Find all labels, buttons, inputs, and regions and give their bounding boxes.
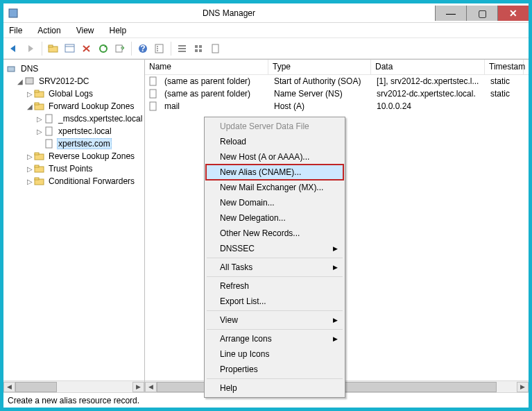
svg-rect-6	[116, 45, 122, 52]
export-icon[interactable]	[112, 41, 128, 56]
svg-rect-14	[178, 48, 186, 49]
expander-icon[interactable]: ◢	[26, 103, 34, 110]
back-button[interactable]	[6, 41, 22, 56]
submenu-arrow-icon: ▶	[333, 335, 338, 342]
expander-icon[interactable]: ▷	[35, 115, 44, 123]
expander-icon[interactable]: ▷	[26, 165, 34, 173]
svg-rect-38	[150, 102, 156, 110]
mi-dnssec[interactable]: DNSSEC▶	[206, 241, 343, 256]
tree-conditional-forwarders[interactable]: ▷ Conditional Forwarders	[6, 175, 144, 187]
zone-icon	[44, 139, 55, 149]
submenu-arrow-icon: ▶	[333, 264, 338, 271]
column-timestamp[interactable]: Timestam	[485, 60, 524, 74]
tree-root-dns[interactable]: DNS	[6, 62, 144, 75]
menu-view[interactable]: View	[74, 24, 97, 37]
tree-global-logs[interactable]: ▷ Global Logs	[6, 87, 144, 100]
list-icon[interactable]	[175, 41, 190, 56]
svg-rect-13	[178, 45, 186, 47]
svg-rect-15	[178, 51, 186, 52]
tree-zone-xpertstec-local[interactable]: ▷ xpertstec.local	[6, 125, 144, 137]
svg-rect-37	[150, 90, 156, 98]
list-row[interactable]: (same as parent folder) Name Server (NS)…	[145, 87, 529, 100]
scroll-left-icon[interactable]: ◀	[145, 382, 157, 392]
list-row[interactable]: mail Host (A) 10.0.0.24	[145, 100, 529, 112]
svg-rect-24	[35, 90, 39, 92]
add-folder-icon[interactable]	[46, 41, 61, 56]
page-icon[interactable]	[208, 41, 223, 56]
minimize-button[interactable]: —	[435, 6, 466, 21]
mi-new-delegation[interactable]: New Delegation...	[206, 210, 343, 226]
mi-new-mx[interactable]: New Mail Exchanger (MX)...	[206, 180, 343, 195]
menu-file[interactable]: File	[6, 24, 25, 37]
mi-new-host[interactable]: New Host (A or AAAA)...	[206, 149, 343, 165]
tree-zone-msdcs[interactable]: ▷ _msdcs.xpertstec.local	[6, 112, 144, 125]
tree-reverse-zones[interactable]: ▷ Reverse Lookup Zones	[6, 150, 144, 162]
svg-rect-21	[8, 67, 15, 72]
list-row[interactable]: (same as parent folder) Start of Authori…	[145, 75, 529, 87]
mi-help[interactable]: Help	[206, 380, 343, 396]
folder-icon	[34, 164, 45, 174]
expander-icon[interactable]: ▷	[26, 90, 34, 98]
tree-trust-points[interactable]: ▷ Trust Points	[6, 162, 144, 175]
expander-icon[interactable]: ▷	[26, 153, 34, 160]
menu-help[interactable]: Help	[107, 24, 130, 37]
folder-icon	[34, 101, 45, 111]
zone-icon	[44, 114, 55, 124]
mi-all-tasks[interactable]: All Tasks▶	[206, 260, 343, 275]
forward-button[interactable]	[23, 41, 38, 56]
mi-refresh[interactable]: Refresh	[206, 278, 343, 294]
help-icon[interactable]: ?	[135, 41, 151, 56]
svg-rect-33	[35, 165, 39, 167]
folder-icon	[34, 89, 45, 99]
mi-new-domain[interactable]: New Domain...	[206, 195, 343, 210]
menu-bar: File Action View Help	[3, 23, 529, 38]
column-name[interactable]: Name	[145, 60, 268, 74]
menu-separator	[207, 276, 343, 277]
list-header: Name Type Data Timestam	[145, 60, 529, 75]
scroll-right-icon[interactable]: ▶	[517, 382, 529, 392]
tree-server[interactable]: ◢ SRV2012-DC	[6, 75, 144, 87]
svg-rect-27	[46, 115, 52, 123]
expander-icon[interactable]: ▷	[26, 178, 34, 185]
svg-rect-19	[199, 49, 202, 52]
menu-separator	[207, 258, 343, 258]
record-icon	[148, 76, 159, 86]
record-icon	[148, 101, 159, 111]
column-data[interactable]: Data	[371, 60, 485, 74]
svg-rect-9	[155, 44, 163, 53]
tree-forward-zones[interactable]: ◢ Forward Lookup Zones	[6, 100, 144, 112]
grid-icon[interactable]	[191, 41, 207, 56]
expander-icon[interactable]: ▷	[35, 128, 44, 135]
mi-reload[interactable]: Reload	[206, 134, 343, 149]
submenu-arrow-icon: ▶	[333, 245, 338, 252]
properties-icon[interactable]	[152, 41, 167, 56]
tree-zone-xpertstec-com[interactable]: xpertstec.com	[6, 137, 144, 150]
delete-icon[interactable]	[79, 41, 94, 56]
details-icon[interactable]	[62, 41, 78, 56]
mi-view[interactable]: View▶	[206, 312, 343, 328]
svg-rect-18	[195, 49, 198, 52]
zone-icon	[44, 126, 55, 136]
menu-separator	[207, 329, 343, 330]
close-button[interactable]: ✕	[497, 6, 529, 21]
mi-new-alias-cname[interactable]: New Alias (CNAME)...	[205, 164, 344, 181]
menu-action[interactable]: Action	[35, 24, 63, 37]
scroll-thumb[interactable]	[15, 382, 57, 392]
scroll-right-icon[interactable]: ▶	[132, 382, 144, 392]
mi-properties[interactable]: Properties	[206, 362, 343, 377]
svg-rect-36	[150, 77, 156, 85]
tree-hscroll[interactable]: ◀ ▶	[3, 380, 144, 392]
svg-rect-35	[35, 178, 39, 180]
expander-icon[interactable]: ◢	[16, 78, 24, 85]
scroll-left-icon[interactable]: ◀	[3, 382, 15, 392]
mi-export-list[interactable]: Export List...	[206, 294, 343, 309]
mi-line-up-icons[interactable]: Line up Icons	[206, 346, 343, 362]
submenu-arrow-icon: ▶	[333, 317, 338, 324]
svg-rect-3	[65, 44, 74, 52]
mi-other-new-records[interactable]: Other New Records...	[206, 226, 343, 241]
maximize-button[interactable]: ▢	[466, 6, 497, 21]
column-type[interactable]: Type	[268, 60, 371, 74]
record-icon	[148, 89, 159, 99]
refresh-icon[interactable]	[96, 41, 111, 56]
mi-arrange-icons[interactable]: Arrange Icons▶	[206, 331, 343, 346]
